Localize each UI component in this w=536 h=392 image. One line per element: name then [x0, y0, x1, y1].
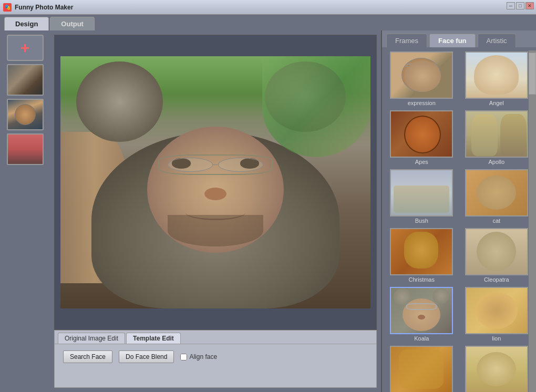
face-blend-button[interactable]: Do Face Blend — [119, 350, 174, 363]
gallery-thumb-apes — [390, 110, 453, 158]
add-photo-button[interactable]: + — [7, 35, 44, 61]
gallery-item-bush[interactable]: Bush — [386, 169, 457, 224]
gallery-label-angel: Angel — [489, 100, 504, 106]
gallery-thumb-last2 — [465, 346, 528, 392]
gallery-label-cleopatra: Cleopatra — [484, 276, 509, 283]
gallery-label-apollo: Apollo — [488, 159, 504, 165]
align-face-label: Align face — [189, 353, 217, 360]
gallery-thumb-cat — [465, 169, 528, 216]
app-icon: 🎭 — [3, 3, 12, 12]
tab-output[interactable]: Output — [50, 17, 95, 30]
gallery-item-koala[interactable]: Koala — [386, 287, 457, 342]
category-tabs: Frames Face fun Artistic — [382, 30, 536, 47]
gallery-item-christmas[interactable]: Christmas — [386, 228, 457, 283]
right-panel: Frames Face fun Artistic — [381, 30, 536, 392]
canvas-container — [54, 35, 377, 330]
gallery-item-expression[interactable]: expression — [386, 51, 457, 106]
sidebar-thumbnail-2[interactable] — [7, 99, 44, 130]
gallery-label-expression: expression — [408, 100, 436, 106]
gallery-label-lion: lion — [492, 335, 501, 342]
gallery-label-koala: Koala — [414, 335, 429, 342]
gallery-label-christmas: Christmas — [408, 276, 435, 283]
search-face-button[interactable]: Search Face — [63, 350, 112, 363]
gallery-thumb-lion — [465, 287, 528, 334]
gallery-label-bush: Bush — [415, 218, 428, 224]
gallery-thumb-koala — [390, 287, 453, 334]
align-face-checkbox[interactable] — [180, 354, 187, 360]
main-tabs: Design Output — [0, 15, 536, 30]
cat-tab-frames[interactable]: Frames — [386, 34, 427, 47]
gallery-item-cleopatra[interactable]: Cleopatra — [461, 228, 532, 283]
maximize-button[interactable]: □ — [516, 2, 524, 9]
cat-tab-artistic[interactable]: Artistic — [478, 34, 516, 47]
gallery-label-apes: Apes — [415, 159, 428, 165]
window-controls: ─ □ ✕ — [507, 2, 534, 9]
controls-area: Original Image Edit Template Edit Search… — [54, 330, 377, 388]
gallery-item-apollo[interactable]: Apollo — [461, 110, 532, 165]
main-area: Original Image Edit Template Edit Search… — [50, 30, 381, 392]
sidebar-thumbnail-1[interactable] — [7, 64, 44, 96]
scrollbar-thumb[interactable] — [529, 53, 536, 95]
plus-icon: + — [20, 39, 30, 57]
app-title: Funny Photo Maker — [15, 4, 73, 11]
edit-tabs: Original Image Edit Template Edit — [55, 331, 376, 344]
gallery-thumb-apollo — [465, 110, 528, 158]
controls-content: Search Face Do Face Blend Align face — [55, 344, 376, 369]
sidebar-thumbnail-3[interactable] — [7, 133, 44, 165]
gallery-scrollbar[interactable] — [529, 50, 536, 392]
gallery: expression Angel Apes — [382, 47, 536, 392]
minimize-button[interactable]: ─ — [507, 2, 515, 9]
gallery-item-apes[interactable]: Apes — [386, 110, 457, 165]
title-bar: 🎭 Funny Photo Maker ─ □ ✕ — [0, 0, 536, 15]
gallery-item-last1[interactable]: last1 — [386, 346, 457, 392]
gallery-label-cat: cat — [492, 218, 500, 224]
gallery-item-cat[interactable]: cat — [461, 169, 532, 224]
tab-template-edit[interactable]: Template Edit — [126, 333, 181, 344]
gallery-thumb-expression — [390, 51, 453, 99]
cat-tab-facefun[interactable]: Face fun — [429, 34, 475, 47]
gallery-thumb-cleopatra — [465, 228, 528, 275]
tab-design[interactable]: Design — [4, 17, 49, 30]
align-face-checkbox-area: Align face — [180, 353, 217, 360]
close-button[interactable]: ✕ — [525, 2, 534, 9]
gallery-thumb-christmas — [390, 228, 453, 275]
gallery-item-angel[interactable]: Angel — [461, 51, 532, 106]
gallery-item-lion[interactable]: lion — [461, 287, 532, 342]
gallery-item-last2[interactable]: last2 — [461, 346, 532, 392]
gallery-thumb-bush — [390, 169, 453, 216]
gallery-thumb-last1 — [390, 346, 453, 392]
tab-original-image-edit[interactable]: Original Image Edit — [58, 333, 125, 344]
main-canvas — [60, 56, 370, 308]
gallery-thumb-angel — [465, 51, 528, 99]
sidebar: + — [0, 30, 50, 392]
